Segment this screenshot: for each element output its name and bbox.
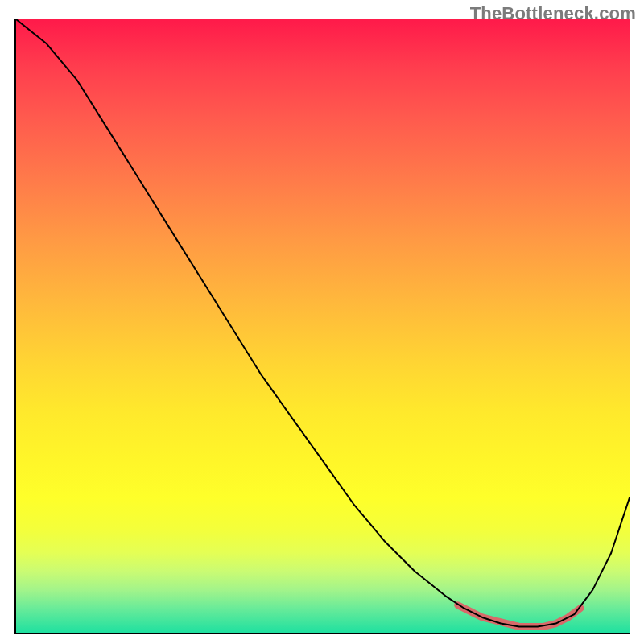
chart-container: TheBottleneck.com (0, 0, 644, 644)
plot-area (14, 19, 630, 634)
highlight-region (458, 605, 580, 627)
bottleneck-curve (16, 19, 630, 626)
curve-svg (16, 19, 630, 633)
